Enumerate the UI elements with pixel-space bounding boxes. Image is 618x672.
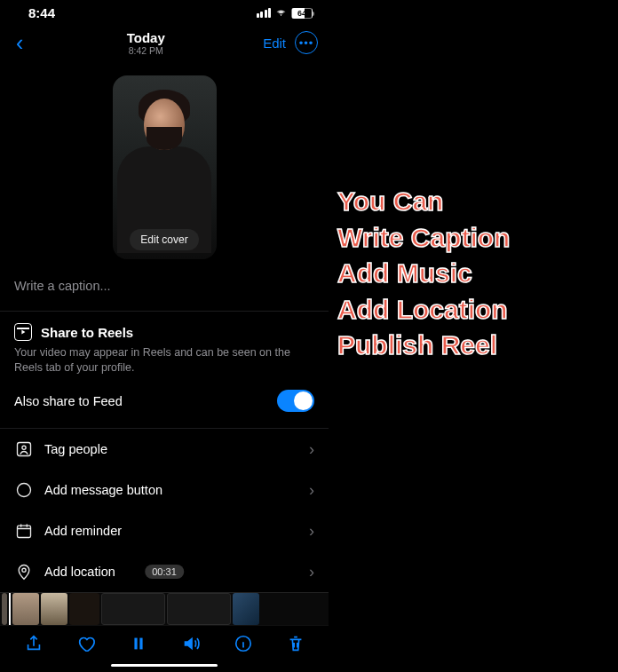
tag-people-row[interactable]: Tag people › — [0, 429, 329, 470]
annotation-line: You Can — [337, 184, 609, 220]
timeline-thumbnail — [69, 593, 99, 625]
svg-rect-6 — [139, 637, 142, 649]
add-reminder-row[interactable]: Add reminder › — [0, 510, 329, 551]
chevron-right-icon: › — [309, 481, 314, 500]
nav-subtitle: 8:42 PM — [28, 45, 263, 56]
add-location-label: Add location — [44, 565, 115, 579]
annotation-line: Add Music — [337, 256, 609, 292]
timeline-thumbnail — [41, 593, 67, 625]
also-share-feed-label: Also share to Feed — [14, 394, 123, 408]
battery-indicator: 64 — [291, 8, 313, 19]
add-reminder-label: Add reminder — [44, 524, 122, 538]
svg-point-2 — [18, 484, 31, 497]
timeline-playhead[interactable] — [9, 592, 11, 626]
svg-point-4 — [22, 568, 26, 572]
nav-title: Today — [28, 30, 263, 45]
pause-button[interactable] — [126, 631, 151, 656]
location-pin-icon — [14, 562, 34, 581]
add-message-button-row[interactable]: Add message button › — [0, 470, 329, 510]
share-to-reels-description: Your video may appear in Reels and can b… — [14, 345, 314, 376]
svg-rect-5 — [134, 637, 137, 649]
navigation-bar: ‹ Today 8:42 PM Edit ••• — [0, 27, 329, 59]
chevron-right-icon: › — [309, 522, 314, 541]
cover-area: Edit cover — [0, 59, 329, 266]
back-button[interactable]: ‹ — [11, 30, 28, 56]
chevron-right-icon: › — [309, 563, 314, 581]
tag-people-icon — [14, 439, 34, 459]
status-bar: 8:44 64 — [0, 0, 329, 27]
tag-people-label: Tag people — [44, 442, 107, 456]
caption-input[interactable]: Write a caption... — [0, 266, 329, 311]
status-indicators: 64 — [257, 8, 313, 19]
favorite-button[interactable] — [74, 631, 99, 656]
timeline-thumbnail — [233, 593, 259, 625]
add-message-button-label: Add message button — [44, 483, 162, 497]
calendar-icon — [14, 521, 34, 541]
reel-cover-preview[interactable]: Edit cover — [113, 75, 217, 259]
delete-button[interactable] — [283, 631, 308, 656]
share-button[interactable] — [21, 631, 46, 656]
share-to-reels-section: Share to Reels Your video may appear in … — [0, 311, 329, 379]
timeline-thumbnail — [167, 593, 231, 625]
video-timecode: 00:31 — [145, 565, 184, 579]
edit-button[interactable]: Edit — [263, 36, 286, 51]
reels-icon — [14, 323, 32, 341]
annotation-line: Publish Reel — [337, 328, 609, 364]
wifi-icon — [274, 8, 288, 19]
also-share-feed-toggle[interactable] — [277, 390, 314, 412]
annotation-text: You Can Write Caption Add Music Add Loca… — [337, 184, 609, 364]
chevron-right-icon: › — [309, 440, 314, 459]
info-button[interactable] — [231, 631, 256, 656]
svg-point-1 — [22, 446, 26, 449]
edit-cover-button[interactable]: Edit cover — [130, 229, 198, 250]
phone-screenshot-panel: 8:44 64 ‹ Today 8:42 PM Edit ••• Edit co… — [0, 0, 329, 672]
options-list: Tag people › Add message button › Add re… — [0, 429, 329, 592]
home-indicator[interactable] — [111, 664, 218, 667]
cover-illustration-beard — [147, 127, 182, 150]
annotation-line: Write Caption — [337, 220, 609, 257]
status-clock: 8:44 — [28, 5, 55, 20]
timeline-thumbnail — [12, 593, 39, 625]
annotation-panel: You Can Write Caption Add Music Add Loca… — [329, 0, 618, 672]
timeline-thumbnail — [2, 593, 7, 625]
video-timeline[interactable] — [0, 592, 329, 626]
cellular-signal-icon — [257, 8, 272, 18]
timeline-thumbnail — [101, 593, 165, 625]
add-location-row[interactable]: Add location 00:31 › — [0, 551, 329, 592]
svg-rect-3 — [18, 526, 31, 537]
annotation-line: Add Location — [337, 292, 609, 328]
player-toolbar — [0, 626, 329, 661]
also-share-feed-row: Also share to Feed — [0, 379, 329, 428]
volume-button[interactable] — [178, 631, 203, 656]
message-icon — [14, 480, 34, 500]
more-options-button[interactable]: ••• — [295, 31, 318, 54]
share-to-reels-title: Share to Reels — [41, 325, 133, 340]
